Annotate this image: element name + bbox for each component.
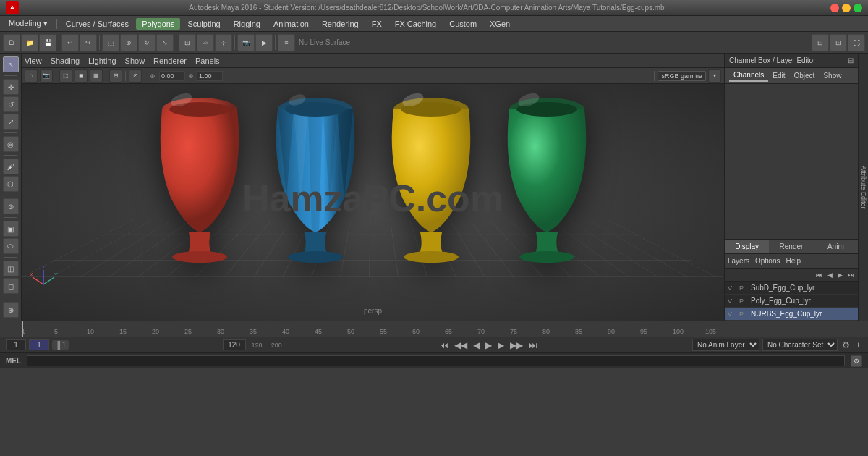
mel-input[interactable]: [27, 355, 845, 366]
rotate-tool[interactable]: ↺: [3, 96, 19, 112]
range-end-field[interactable]: [223, 339, 246, 350]
wireframe-toggle[interactable]: ⬚: [59, 69, 72, 83]
tab-edit[interactable]: Edit: [768, 70, 789, 81]
layer-editor-tabs: Display Render Anim: [725, 239, 858, 254]
next-frame-btn[interactable]: ▶▶: [509, 340, 524, 350]
save-file-icon[interactable]: 💾: [39, 34, 56, 51]
lt-separator-2: [4, 132, 17, 133]
redo-icon[interactable]: ↪: [80, 34, 97, 51]
menu-fx[interactable]: FX: [366, 18, 388, 30]
tab-show[interactable]: Show: [819, 70, 846, 81]
close-button[interactable]: [830, 4, 839, 12]
open-file-icon[interactable]: 📁: [21, 34, 38, 51]
translate-y-field[interactable]: [197, 71, 223, 81]
axis-icon[interactable]: ⊕: [3, 302, 19, 318]
rotate-icon[interactable]: ↻: [138, 34, 156, 51]
menu-fx-caching[interactable]: FX Caching: [389, 18, 442, 30]
goto-start-btn[interactable]: ⏮: [438, 340, 450, 350]
paint-tool[interactable]: 🖌: [3, 159, 19, 174]
layer-rp-poly: P: [739, 297, 748, 305]
smooth-shade-toggle[interactable]: ◼: [75, 69, 88, 83]
layer-next-btn[interactable]: ▶: [835, 271, 845, 279]
layers-menu[interactable]: Layers: [728, 257, 749, 265]
select-icon[interactable]: ⬚: [102, 34, 119, 51]
layer-last-btn[interactable]: ⏭: [846, 271, 856, 279]
camera-view-icon[interactable]: 📷: [40, 69, 53, 83]
menu-polygons[interactable]: Polygons: [136, 18, 180, 30]
minimize-button[interactable]: [842, 4, 851, 12]
select-mode-icon[interactable]: ⊙: [129, 69, 142, 83]
xray-icon[interactable]: ◫: [3, 261, 19, 276]
snap-curve-icon[interactable]: ⌓: [197, 34, 214, 51]
select-tool[interactable]: ↖: [3, 56, 19, 72]
grid-toggle[interactable]: ⊞: [109, 69, 122, 83]
viewport-menu-renderer[interactable]: Renderer: [153, 56, 187, 65]
snap-grid-icon[interactable]: ⊞: [179, 34, 196, 51]
layer-row-subd[interactable]: V P SubD_Egg_Cup_lyr: [725, 282, 858, 295]
menu-modeling[interactable]: Modeling ▾: [3, 17, 54, 30]
anim-layer-select[interactable]: No Anim Layer: [692, 339, 760, 351]
timeline-ruler[interactable]: 1 5 10 15 20 25 30 35 40 45 50 55 60 65 …: [0, 321, 868, 337]
viewport-canvas[interactable]: HamzaPC.com: [22, 84, 724, 321]
char-set-select[interactable]: No Character Set: [762, 339, 838, 351]
scale-tool[interactable]: ⤢: [3, 114, 19, 130]
viewport-menu-panels[interactable]: Panels: [195, 56, 220, 65]
goto-end-btn[interactable]: ⏭: [527, 340, 539, 350]
gamma-dropdown-icon[interactable]: ▾: [708, 69, 721, 83]
new-file-icon[interactable]: 🗋: [3, 34, 20, 51]
layer-row-nurbs[interactable]: V P NURBS_Egg_Cup_lyr: [725, 308, 858, 321]
menu-rendering[interactable]: Rendering: [316, 18, 365, 30]
undo-icon[interactable]: ↩: [61, 34, 79, 51]
show-manipulator[interactable]: ⊙: [3, 198, 19, 214]
viewport-menu-view[interactable]: View: [25, 56, 42, 65]
tab-render[interactable]: Render: [769, 240, 813, 253]
range-start-field[interactable]: [6, 339, 26, 350]
grid-layout-icon[interactable]: ⊞: [830, 34, 847, 51]
layer-prev-btn[interactable]: ◀: [825, 271, 835, 279]
snap-point-icon[interactable]: ⊹: [215, 34, 232, 51]
render-icon[interactable]: ▶: [255, 34, 273, 51]
menu-animation[interactable]: Animation: [268, 18, 315, 30]
show-menu-icon[interactable]: ≡: [278, 34, 295, 51]
soft-select-icon[interactable]: ◎: [3, 136, 19, 152]
tab-channels[interactable]: Channels: [729, 69, 768, 82]
layer-first-btn[interactable]: ⏮: [814, 271, 825, 279]
texture-toggle[interactable]: ▦: [90, 69, 103, 83]
prev-key-btn[interactable]: ◀: [472, 340, 481, 350]
help-menu[interactable]: Help: [786, 257, 801, 265]
menu-rigging[interactable]: Rigging: [228, 18, 266, 30]
panel-expand-icon[interactable]: ⊟: [848, 56, 854, 64]
next-key-btn[interactable]: ▶: [496, 340, 506, 350]
menu-curves-surfaces[interactable]: Curves / Surfaces: [60, 18, 135, 30]
menu-xgen[interactable]: XGen: [484, 18, 516, 30]
viewport-menu-lighting[interactable]: Lighting: [88, 56, 116, 65]
camera-icon[interactable]: 📷: [237, 34, 255, 51]
menu-sculpting[interactable]: Sculpting: [182, 18, 226, 30]
region-select[interactable]: ▣: [3, 221, 19, 237]
lasso-select[interactable]: ⬭: [3, 238, 19, 254]
transform-icon[interactable]: ⊕: [120, 34, 137, 51]
wireframe-icon[interactable]: ◻: [3, 278, 19, 294]
viewport-menu-show[interactable]: Show: [125, 56, 145, 65]
viewport-menu-shading[interactable]: Shading: [51, 56, 80, 65]
options-menu[interactable]: Options: [755, 257, 780, 265]
maximize-button[interactable]: [854, 4, 862, 12]
scale-icon[interactable]: ⤡: [156, 34, 174, 51]
char-set-add[interactable]: +: [854, 340, 862, 350]
attribute-editor-tab[interactable]: Attribute Editor: [858, 54, 868, 321]
tab-object[interactable]: Object: [790, 70, 820, 81]
move-tool[interactable]: ✛: [3, 79, 19, 95]
prev-frame-btn[interactable]: ◀◀: [453, 340, 469, 350]
fullscreen-icon[interactable]: ⛶: [848, 34, 865, 51]
tab-display[interactable]: Display: [725, 240, 769, 253]
layout-icon[interactable]: ⊟: [812, 34, 829, 51]
artisan-tool[interactable]: ⬡: [3, 176, 19, 192]
menu-custom[interactable]: Custom: [443, 18, 482, 30]
play-btn[interactable]: ▶: [484, 340, 493, 350]
tab-anim[interactable]: Anim: [814, 240, 858, 253]
char-set-icon[interactable]: ⚙: [841, 340, 851, 350]
layer-row-poly[interactable]: V P Poly_Egg_Cup_lyr: [725, 295, 858, 308]
home-view-icon[interactable]: ⌂: [25, 69, 38, 83]
translate-x-field[interactable]: [159, 71, 185, 81]
current-frame-field[interactable]: [29, 339, 49, 350]
